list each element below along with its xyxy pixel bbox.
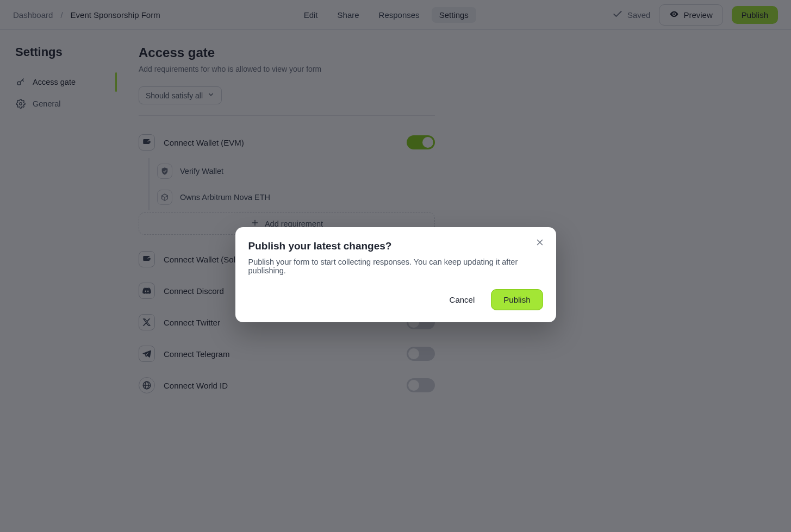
close-icon [535,237,545,249]
modal-overlay[interactable]: Publish your latest changes? Publish you… [0,0,791,532]
cancel-button[interactable]: Cancel [441,289,484,310]
publish-modal: Publish your latest changes? Publish you… [235,227,556,322]
modal-actions: Cancel Publish [248,289,543,310]
modal-title: Publish your latest changes? [248,240,543,252]
modal-body: Publish your form to start collecting re… [248,258,543,275]
confirm-publish-button[interactable]: Publish [491,289,543,310]
close-button[interactable] [532,236,547,251]
